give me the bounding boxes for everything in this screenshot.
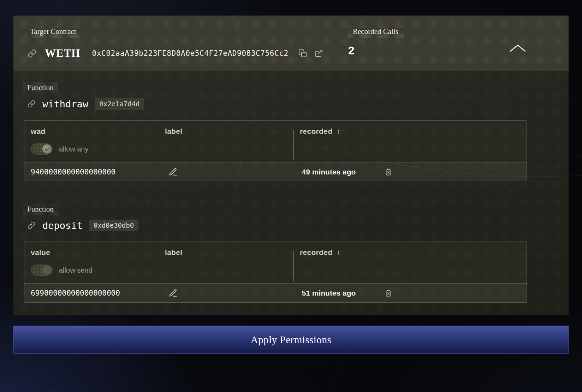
param-column-header: value (31, 248, 50, 257)
toggle-row: allow any (31, 143, 88, 155)
recorded-call-row: 69900000000000000000 51 minutes ago (24, 284, 527, 302)
collapse-button[interactable] (507, 39, 528, 57)
delete-row-button[interactable] (384, 284, 393, 302)
contract-address: 0xC02aaA39b223FE8D0A0e5C4F27eAD9083C756C… (92, 49, 288, 58)
function-badge: Function (23, 204, 58, 215)
toggle-label: allow any (59, 145, 88, 153)
allow-send-toggle[interactable] (31, 265, 53, 276)
recorded-column-header[interactable]: recorded↑ (300, 127, 340, 136)
target-contract-badge: Target Contract (25, 26, 82, 38)
function-name: deposit (42, 220, 83, 231)
recorded-calls-badge: Recorded Calls (348, 26, 404, 38)
params-table: wad allow any label recorded↑ (24, 120, 527, 181)
external-link-button[interactable] (315, 49, 323, 58)
recorded-time: 51 minutes ago (290, 284, 368, 302)
edit-pencil-icon (168, 167, 178, 177)
link-icon (28, 100, 35, 108)
recorded-call-row: 9400000000000000000 49 minutes ago (24, 162, 527, 181)
table-header: wad allow any label recorded↑ (24, 121, 527, 162)
sort-asc-icon: ↑ (337, 248, 340, 256)
table-header: value allow send label recorded↑ (24, 242, 527, 284)
toggle-knob (42, 266, 52, 275)
copy-icon (298, 49, 307, 58)
column-divider (160, 121, 160, 162)
param-value: 9400000000000000000 (31, 162, 115, 181)
recorded-time: 49 minutes ago (290, 162, 368, 181)
page-background: Target Contract Recorded Calls WETH 0xC0… (0, 0, 582, 392)
column-divider (375, 251, 375, 281)
function-badge: Function (23, 82, 58, 94)
param-value: 69900000000000000000 (31, 284, 120, 302)
params-table: value allow send label recorded↑ 6 (24, 242, 527, 303)
check-icon (44, 146, 50, 152)
column-divider (293, 251, 294, 281)
allow-any-toggle[interactable] (31, 143, 53, 155)
toggle-knob (42, 144, 52, 154)
label-column-header: label (165, 248, 182, 257)
column-divider (455, 251, 455, 281)
copy-address-button[interactable] (298, 49, 307, 58)
label-column-header: label (165, 127, 182, 136)
link-icon (28, 49, 36, 58)
recorded-column-header[interactable]: recorded↑ (300, 248, 340, 257)
edit-label-button[interactable] (168, 162, 178, 181)
toggle-row: allow send (31, 265, 93, 276)
sort-asc-icon: ↑ (337, 127, 340, 135)
function-name: withdraw (42, 99, 88, 109)
external-link-icon (315, 49, 323, 58)
trash-icon (384, 168, 393, 176)
column-divider (160, 162, 160, 181)
function-selector-badge: 0xd0e30db0 (89, 220, 138, 231)
recorded-header-text: recorded (300, 248, 332, 256)
recorded-calls-count: 2 (348, 44, 354, 57)
edit-pencil-icon (168, 289, 178, 298)
apply-permissions-button[interactable]: Apply Permissions (13, 326, 569, 354)
column-divider (293, 130, 294, 160)
chevron-up-icon (509, 43, 527, 53)
column-divider (375, 130, 375, 160)
toggle-label: allow send (59, 266, 93, 274)
contract-row: WETH 0xC02aaA39b223FE8D0A0e5C4F27eAD9083… (28, 45, 323, 61)
function-title-row: withdraw 0x2e1a7d4d (28, 97, 144, 111)
permissions-card: Target Contract Recorded Calls WETH 0xC0… (13, 16, 569, 315)
column-divider (160, 284, 160, 302)
link-icon (28, 221, 35, 229)
column-divider (160, 242, 160, 283)
contract-header: Target Contract Recorded Calls WETH 0xC0… (13, 16, 569, 71)
function-title-row: deposit 0xd0e30db0 (28, 218, 138, 232)
function-selector-badge: 0x2e1a7d4d (95, 98, 144, 110)
param-column-header: wad (31, 127, 46, 136)
delete-row-button[interactable] (384, 162, 393, 181)
recorded-header-text: recorded (300, 127, 332, 135)
column-divider (455, 130, 455, 160)
contract-name: WETH (45, 47, 80, 60)
trash-icon (384, 289, 393, 297)
edit-label-button[interactable] (168, 284, 178, 302)
apply-permissions-label: Apply Permissions (251, 334, 331, 346)
